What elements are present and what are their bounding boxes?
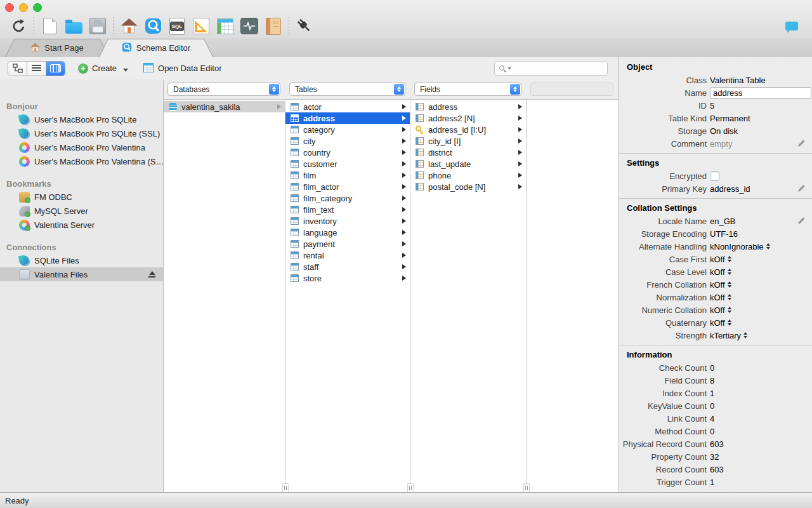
field-row[interactable]: address2 [N] bbox=[410, 112, 526, 124]
field-row[interactable]: last_update bbox=[410, 158, 526, 170]
close-window-button[interactable] bbox=[5, 3, 14, 12]
sidebar-item[interactable]: Valentina Server bbox=[0, 218, 163, 232]
table-row[interactable]: staff bbox=[285, 261, 410, 272]
disclosure-arrow-icon[interactable] bbox=[402, 230, 406, 235]
disclosure-arrow-icon[interactable] bbox=[402, 127, 406, 132]
stepper-icon[interactable] bbox=[766, 243, 770, 250]
edit-pencil-icon[interactable] bbox=[797, 184, 806, 193]
column-view-icon[interactable] bbox=[46, 62, 65, 76]
eject-icon[interactable] bbox=[148, 271, 155, 277]
disclosure-arrow-icon[interactable] bbox=[402, 264, 406, 269]
search-input[interactable] bbox=[513, 63, 603, 74]
stepper-icon[interactable] bbox=[728, 319, 731, 326]
disclosure-arrow-icon[interactable] bbox=[518, 104, 522, 109]
tab-schema-editor[interactable]: Schema Editor bbox=[99, 39, 213, 57]
disclosure-arrow-icon[interactable] bbox=[402, 173, 406, 178]
stepper-icon[interactable] bbox=[728, 269, 731, 275]
report-editor-icon[interactable] bbox=[189, 15, 213, 37]
disclosure-arrow-icon[interactable] bbox=[518, 150, 522, 155]
documentation-icon[interactable] bbox=[261, 15, 285, 37]
data-editor-icon[interactable] bbox=[213, 15, 237, 37]
disclosure-arrow-icon[interactable] bbox=[518, 127, 522, 132]
table-row[interactable]: inventory bbox=[285, 215, 410, 227]
tree-view-icon[interactable] bbox=[8, 62, 27, 76]
table-row[interactable]: category bbox=[285, 124, 410, 135]
disclosure-arrow-icon[interactable] bbox=[518, 184, 522, 189]
tables-dropdown[interactable]: Tables bbox=[289, 83, 405, 96]
table-row[interactable]: country bbox=[285, 147, 410, 158]
sidebar-item[interactable]: User's MacBook Pro Valentina bbox=[0, 140, 163, 154]
table-row[interactable]: actor bbox=[285, 101, 410, 112]
tab-start-page[interactable]: Start Page bbox=[5, 39, 109, 57]
disclosure-arrow-icon[interactable] bbox=[402, 161, 406, 166]
table-row[interactable]: film_category bbox=[285, 192, 410, 204]
feedback-bubble-icon[interactable] bbox=[785, 22, 798, 30]
sidebar-item[interactable]: SQLite Files bbox=[0, 253, 163, 267]
server-monitor-icon[interactable] bbox=[237, 15, 261, 37]
start-page-icon[interactable] bbox=[117, 15, 141, 37]
zoom-window-button[interactable] bbox=[33, 3, 42, 12]
open-data-editor-button[interactable]: Open Data Editor bbox=[143, 63, 221, 74]
edit-pencil-icon[interactable] bbox=[797, 139, 806, 148]
table-row[interactable]: rental bbox=[285, 250, 410, 261]
open-folder-icon[interactable] bbox=[62, 15, 86, 37]
create-button[interactable]: + Create bbox=[78, 63, 128, 74]
field-row[interactable]: address_id [I:U] bbox=[410, 124, 526, 135]
table-row[interactable]: payment bbox=[285, 238, 410, 250]
table-row[interactable]: film bbox=[285, 170, 410, 181]
column-resize-grip[interactable] bbox=[282, 483, 289, 492]
new-document-icon[interactable] bbox=[37, 15, 62, 37]
sidebar-item[interactable]: FM ODBC bbox=[0, 190, 163, 204]
undo-icon[interactable] bbox=[6, 15, 30, 37]
disclosure-arrow-icon[interactable] bbox=[402, 150, 406, 155]
sidebar-item[interactable]: User's MacBook Pro SQLite (SSL) bbox=[0, 126, 163, 140]
sidebar-item[interactable]: Valentina Files bbox=[0, 267, 163, 281]
search-options-caret-icon[interactable] bbox=[508, 67, 511, 72]
column-resize-grip[interactable] bbox=[407, 483, 414, 492]
field-row[interactable]: phone bbox=[410, 170, 526, 181]
disclosure-arrow-icon[interactable] bbox=[518, 138, 522, 144]
table-row[interactable]: customer bbox=[285, 158, 410, 170]
sidebar-item[interactable]: User's MacBook Pro SQLite bbox=[0, 112, 163, 126]
disclosure-arrow-icon[interactable] bbox=[518, 161, 522, 166]
disclosure-arrow-icon[interactable] bbox=[402, 138, 406, 144]
fields-dropdown[interactable]: Fields bbox=[414, 83, 521, 96]
list-view-icon[interactable] bbox=[27, 62, 46, 76]
disclosure-arrow-icon[interactable] bbox=[402, 116, 406, 121]
encrypted-checkbox[interactable] bbox=[710, 171, 719, 181]
schema-editor-icon[interactable] bbox=[141, 15, 165, 37]
database-row[interactable]: valentina_sakila bbox=[164, 101, 285, 112]
table-row[interactable]: city bbox=[285, 135, 410, 147]
disclosure-arrow-icon[interactable] bbox=[402, 276, 406, 281]
stepper-icon[interactable] bbox=[728, 281, 731, 288]
table-row[interactable]: film_text bbox=[285, 204, 410, 215]
edit-pencil-icon[interactable] bbox=[797, 217, 806, 225]
table-row[interactable]: address bbox=[285, 112, 410, 124]
disclosure-arrow-icon[interactable] bbox=[518, 116, 522, 121]
sql-editor-icon[interactable]: SQL bbox=[165, 15, 189, 37]
disclosure-arrow-icon[interactable] bbox=[402, 253, 406, 258]
table-row[interactable]: store bbox=[285, 272, 410, 284]
stepper-icon[interactable] bbox=[728, 294, 731, 300]
column-resize-grip[interactable] bbox=[523, 483, 530, 492]
disclosure-arrow-icon[interactable] bbox=[402, 104, 406, 109]
disclosure-arrow-icon[interactable] bbox=[518, 173, 522, 178]
disclosure-arrow-icon[interactable] bbox=[277, 104, 281, 109]
disclosure-arrow-icon[interactable] bbox=[402, 241, 406, 246]
field-row[interactable]: district bbox=[410, 147, 526, 158]
search-field[interactable] bbox=[494, 61, 608, 76]
minimize-window-button[interactable] bbox=[19, 3, 28, 12]
save-icon[interactable] bbox=[86, 15, 110, 37]
sidebar-item[interactable]: MySQL Server bbox=[0, 204, 163, 218]
stepper-icon[interactable] bbox=[743, 332, 747, 338]
stepper-icon[interactable] bbox=[728, 256, 731, 262]
disclosure-arrow-icon[interactable] bbox=[402, 196, 406, 201]
field-row[interactable]: address bbox=[410, 101, 526, 112]
field-row[interactable]: city_id [I] bbox=[410, 135, 526, 147]
name-input[interactable] bbox=[710, 87, 811, 99]
connect-icon[interactable] bbox=[292, 15, 317, 37]
disclosure-arrow-icon[interactable] bbox=[402, 218, 406, 224]
table-row[interactable]: film_actor bbox=[285, 181, 410, 192]
disclosure-arrow-icon[interactable] bbox=[402, 184, 406, 189]
stepper-icon[interactable] bbox=[728, 307, 731, 313]
